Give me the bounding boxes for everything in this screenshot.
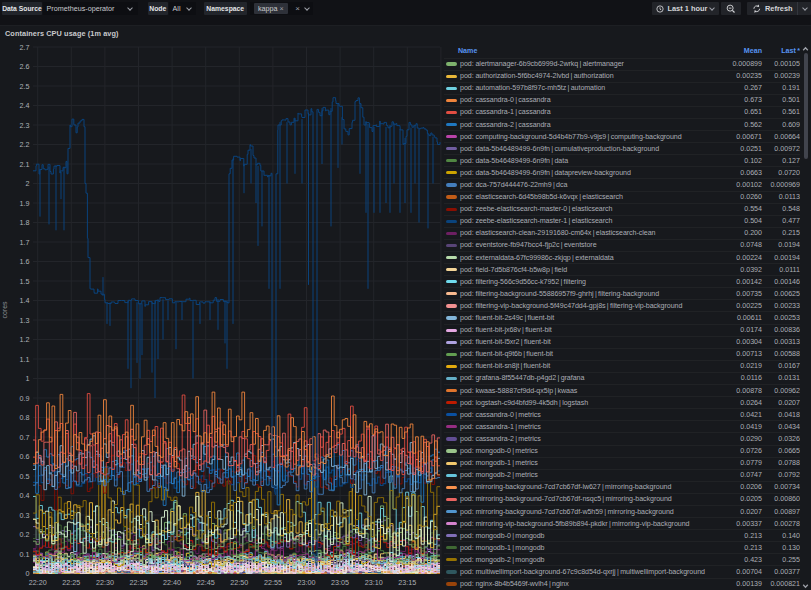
svg-text:0: 0	[26, 569, 30, 578]
svg-text:22:25: 22:25	[62, 578, 80, 587]
svg-text:cores: cores	[1, 301, 8, 319]
svg-text:22:35: 22:35	[130, 578, 148, 587]
svg-text:22:45: 22:45	[197, 578, 215, 587]
svg-text:1.6: 1.6	[20, 257, 30, 266]
svg-text:1: 1	[26, 374, 30, 383]
svg-text:23:05: 23:05	[331, 578, 349, 587]
svg-text:23:10: 23:10	[365, 578, 383, 587]
svg-text:1.5: 1.5	[20, 277, 30, 286]
svg-text:2.2: 2.2	[20, 140, 30, 149]
svg-text:1.2: 1.2	[20, 335, 30, 344]
svg-text:0.5: 0.5	[20, 472, 30, 481]
svg-text:0.6: 0.6	[20, 452, 30, 461]
svg-text:0.2: 0.2	[20, 530, 30, 539]
svg-text:1.9: 1.9	[20, 199, 30, 208]
svg-text:22:50: 22:50	[230, 578, 248, 587]
svg-text:1.8: 1.8	[20, 218, 30, 227]
svg-text:0.3: 0.3	[20, 511, 30, 520]
svg-text:2.7: 2.7	[20, 43, 30, 52]
svg-text:1.3: 1.3	[20, 316, 30, 325]
svg-text:2.5: 2.5	[20, 82, 30, 91]
svg-text:22:55: 22:55	[264, 578, 282, 587]
svg-text:2.6: 2.6	[20, 62, 30, 71]
svg-text:22:30: 22:30	[96, 578, 114, 587]
svg-text:2.3: 2.3	[20, 121, 30, 130]
svg-text:23:15: 23:15	[398, 578, 416, 587]
svg-text:1.4: 1.4	[20, 296, 30, 305]
svg-text:1.1: 1.1	[20, 355, 30, 364]
svg-text:2.4: 2.4	[20, 101, 30, 110]
svg-text:23:00: 23:00	[298, 578, 316, 587]
svg-text:22:20: 22:20	[29, 578, 47, 587]
svg-text:2.1: 2.1	[20, 160, 30, 169]
svg-text:0.4: 0.4	[20, 491, 30, 500]
svg-text:1.7: 1.7	[20, 238, 30, 247]
svg-text:22:40: 22:40	[163, 578, 181, 587]
svg-text:0.9: 0.9	[20, 394, 30, 403]
svg-text:0.1: 0.1	[20, 550, 30, 559]
svg-text:0.8: 0.8	[20, 413, 30, 422]
svg-text:2: 2	[26, 179, 30, 188]
svg-text:0.7: 0.7	[20, 433, 30, 442]
